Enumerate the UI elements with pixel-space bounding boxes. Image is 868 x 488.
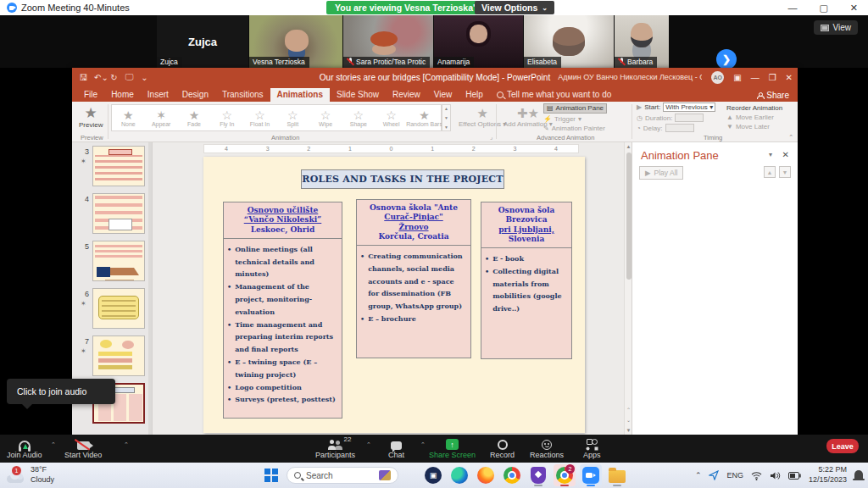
taskbar-app-edge[interactable] bbox=[448, 464, 470, 486]
animation-shape[interactable]: ☆Shape bbox=[342, 105, 375, 130]
chat-chevron[interactable]: ⌃ bbox=[420, 441, 426, 448]
qat-customize-icon[interactable]: ⌄ bbox=[140, 73, 149, 82]
start-video-button[interactable]: Start Video bbox=[64, 437, 102, 459]
move-down-button[interactable]: ▼ bbox=[779, 166, 791, 178]
move-later-button[interactable]: ▼ Move Later bbox=[726, 123, 782, 130]
slide-thumbnail-3[interactable] bbox=[92, 146, 145, 186]
tab-home[interactable]: Home bbox=[104, 88, 141, 102]
tab-design[interactable]: Design bbox=[175, 88, 215, 102]
tab-slideshow[interactable]: Slide Show bbox=[330, 88, 386, 102]
participant-tile-sara[interactable]: Sara Protic/Tea Protic bbox=[343, 15, 433, 68]
participant-tile-vesna[interactable]: Vesna Terzioska bbox=[249, 15, 342, 68]
animation-appear[interactable]: ✶Appear bbox=[145, 105, 178, 130]
dialog-launcher-icon[interactable]: ⌟ bbox=[490, 134, 492, 141]
animation-randombars[interactable]: ★Random Bars bbox=[408, 105, 441, 130]
start-video-chevron[interactable]: ⌃ bbox=[124, 441, 129, 448]
participant-tile-barbara[interactable]: Barbara bbox=[615, 15, 669, 68]
taskbar-app-chrome-profile[interactable]: 2 bbox=[554, 464, 576, 486]
ppt-avatar[interactable]: АО bbox=[711, 71, 724, 84]
ppt-restore-button[interactable]: ❐ bbox=[769, 73, 776, 82]
taskbar-search[interactable]: Search bbox=[287, 467, 398, 484]
tab-animations[interactable]: Animations bbox=[270, 88, 330, 102]
chevron-down-icon[interactable]: ▾ bbox=[769, 151, 772, 158]
tray-clock[interactable]: 5:22 PM12/15/2023 bbox=[809, 465, 847, 485]
animation-floatin[interactable]: ☆Float In bbox=[243, 105, 276, 130]
participant-tile-anamarija[interactable]: Anamarija bbox=[434, 15, 523, 68]
tab-review[interactable]: Review bbox=[386, 88, 427, 102]
tab-view[interactable]: View bbox=[427, 88, 459, 102]
slide-thumbnail-5[interactable] bbox=[92, 241, 145, 281]
gallery-scroll-buttons[interactable]: ▲▼▼ bbox=[442, 104, 451, 131]
slide-thumbnail-6[interactable] bbox=[92, 288, 145, 329]
join-audio-chevron[interactable]: ⌃ bbox=[51, 441, 56, 448]
slide-thumbnail-4[interactable] bbox=[92, 193, 145, 234]
taskbar-app-meet[interactable]: ▣ bbox=[422, 464, 444, 486]
animation-wipe[interactable]: ☆Wipe bbox=[309, 105, 342, 130]
record-button[interactable]: Record bbox=[490, 437, 515, 459]
leave-button[interactable]: Leave bbox=[826, 439, 859, 453]
start-button[interactable] bbox=[264, 469, 278, 482]
move-earlier-button[interactable]: ▲ Move Earlier bbox=[726, 114, 782, 121]
ppt-share-button[interactable]: Share bbox=[757, 91, 789, 100]
ppt-close-button[interactable]: ✕ bbox=[786, 73, 793, 82]
animation-fade[interactable]: ★Fade bbox=[178, 105, 211, 130]
slideshow-icon[interactable]: 🖵 bbox=[125, 72, 134, 82]
thumbnail-scrollbar[interactable] bbox=[148, 142, 152, 435]
view-options-button[interactable]: View Options⌄ bbox=[475, 1, 554, 14]
taskbar-app-chrome[interactable] bbox=[501, 464, 523, 486]
move-up-button[interactable]: ▲ bbox=[764, 166, 776, 178]
trigger-button[interactable]: ⚡Trigger ▾ bbox=[543, 115, 607, 123]
slide-thumbnail-7[interactable] bbox=[92, 336, 145, 376]
hidden-icons-chevron[interactable]: ⌃ bbox=[695, 471, 702, 480]
weather-widget[interactable]: 1 38°FCloudy bbox=[5, 465, 54, 485]
slide-vertical-scrollbar[interactable]: ▲ ⌃ ⌄ ▼ bbox=[624, 142, 632, 435]
column-korcula-croatia[interactable]: Osnovna škola "Ante Curač-Pinjac" Žrnovo… bbox=[356, 199, 471, 358]
close-button[interactable]: ✕ bbox=[850, 3, 858, 14]
taskbar-app-zoom[interactable] bbox=[580, 464, 602, 486]
slide-title[interactable]: ROLES AND TASKS IN THE PROJECT bbox=[301, 169, 504, 189]
reactions-button[interactable]: Reactions bbox=[530, 437, 564, 459]
column-brezovica-slovenia[interactable]: Osnovna šola Brezovica pri Ljubljani, Sl… bbox=[481, 202, 572, 359]
tab-insert[interactable]: Insert bbox=[141, 88, 175, 102]
animation-wheel[interactable]: ☆Wheel bbox=[375, 105, 408, 130]
animation-painter-button[interactable]: ✎Animation Painter bbox=[543, 125, 607, 132]
preview-button[interactable]: ★ Preview bbox=[75, 103, 106, 131]
speaker-icon[interactable] bbox=[770, 471, 781, 480]
share-screen-button[interactable]: ↑ Share Screen bbox=[429, 437, 476, 459]
animation-pane-close-icon[interactable]: ✕ bbox=[782, 150, 789, 159]
taskbar-app-explorer[interactable] bbox=[606, 464, 628, 486]
language-indicator[interactable]: ENG bbox=[726, 471, 743, 480]
participant-tile-zujca[interactable]: Zujca Zujca bbox=[157, 15, 248, 68]
participant-tile-elisabeta[interactable]: Elisabeta bbox=[524, 15, 614, 68]
maximize-button[interactable]: ▢ bbox=[819, 3, 827, 14]
gallery-view-button[interactable]: View bbox=[814, 20, 859, 35]
redo-icon[interactable]: ↻ bbox=[109, 73, 119, 82]
start-select[interactable]: With Previous▾ bbox=[663, 103, 715, 112]
wifi-icon[interactable] bbox=[751, 471, 762, 480]
collapse-ribbon-icon[interactable]: ⌃ bbox=[788, 134, 793, 141]
animation-split[interactable]: ☆Split bbox=[276, 105, 309, 130]
next-participants-button[interactable]: ❯ bbox=[716, 49, 737, 69]
tab-file[interactable]: File bbox=[77, 88, 104, 102]
taskbar-app-shield[interactable] bbox=[527, 464, 549, 486]
tab-transitions[interactable]: Transitions bbox=[215, 88, 270, 102]
participants-chevron[interactable]: ⌃ bbox=[366, 441, 371, 448]
taskbar-app-firefox[interactable] bbox=[475, 464, 497, 486]
minimize-button[interactable]: — bbox=[787, 3, 797, 13]
animation-none[interactable]: ★None bbox=[112, 105, 145, 130]
apps-button[interactable]: Apps bbox=[583, 437, 601, 459]
slide-canvas[interactable]: ROLES AND TASKS IN THE PROJECT Osnovno u… bbox=[203, 157, 585, 433]
battery-icon[interactable] bbox=[788, 472, 801, 480]
tell-me-box[interactable]: Tell me what you want to do bbox=[490, 88, 618, 102]
tab-help[interactable]: Help bbox=[459, 88, 490, 102]
animation-pane-button[interactable]: ▤Animation Pane bbox=[543, 103, 607, 114]
save-icon[interactable]: 🖫 bbox=[79, 73, 88, 82]
duration-input[interactable] bbox=[675, 114, 704, 122]
chat-button[interactable]: Chat bbox=[388, 437, 404, 459]
ribbon-display-options-icon[interactable]: ▣ bbox=[733, 73, 741, 82]
column-leskoec-ohrid[interactable]: Osnovno učilište “Vančo Nikoleski” Lesko… bbox=[223, 202, 342, 419]
ppt-minimize-button[interactable]: — bbox=[751, 73, 760, 82]
play-all-button[interactable]: ▶Play All bbox=[639, 166, 683, 180]
delay-input[interactable] bbox=[665, 124, 694, 132]
undo-icon[interactable]: ↶⌄ bbox=[94, 73, 103, 82]
